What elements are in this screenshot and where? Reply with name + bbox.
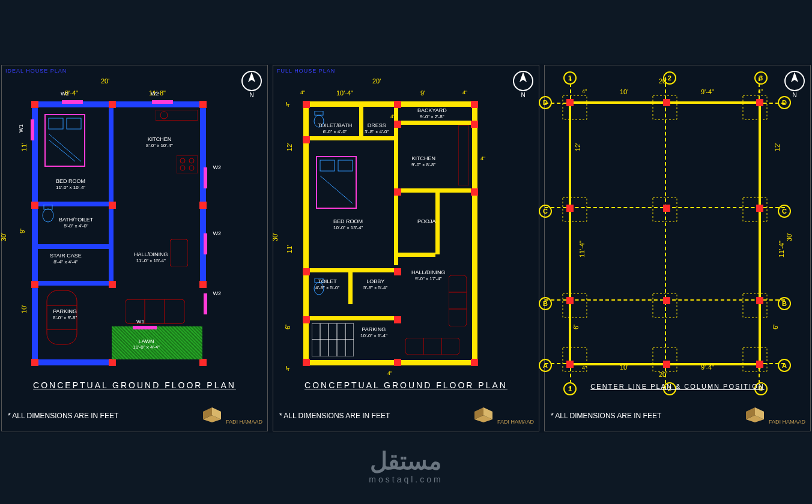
- left-dim-2: 11': [286, 245, 293, 253]
- svg-rect-34: [315, 111, 323, 115]
- wc-icon: [41, 205, 55, 223]
- toiletbath-label: TOILET/BATH6'-0" x 4'-0": [318, 122, 352, 134]
- svg-rect-43: [449, 275, 467, 326]
- north-arrow: N: [784, 70, 805, 99]
- wall-t-dim: 4": [462, 89, 467, 95]
- footnote: * ALL DIMENSIONS ARE IN FEET: [279, 412, 390, 420]
- designer-logo: FADI HAMAAD: [743, 404, 805, 425]
- grid-col-1: 1: [563, 71, 577, 85]
- svg-rect-16: [125, 299, 185, 323]
- grid-row-d: D: [539, 96, 552, 109]
- sofa-icon: [449, 275, 467, 326]
- svg-rect-3: [49, 118, 63, 129]
- window-w1: [31, 119, 34, 140]
- kitchen-label: KITCHEN9'-0" x 8'-8": [411, 155, 435, 167]
- lobby-label: LOBBY5'-8" x 5'-4": [363, 278, 387, 290]
- north-arrow: N: [241, 70, 262, 99]
- svg-point-10: [180, 158, 185, 163]
- svg-point-12: [180, 166, 185, 170]
- plan-title: CONCEPTUAL GROUND FLOOR PLAN: [304, 380, 507, 390]
- left-dim-3: 10': [20, 305, 28, 313]
- left-dim-2: 9': [19, 229, 26, 233]
- svg-rect-4: [67, 118, 81, 129]
- bedroom-label: BED ROOM11'-0" x 10'-4": [56, 178, 85, 190]
- svg-rect-59: [743, 197, 767, 221]
- top-dim-1: 10'-4": [336, 89, 353, 97]
- svg-rect-2: [45, 115, 85, 166]
- drawing-area-2: BACKYARD9'-0" x 2'-8" TOILET/BATH6'-0" x…: [303, 101, 477, 365]
- overall-height-dim: 30': [0, 233, 7, 241]
- drawing-area-1: W2 W2 W2 W2 W2 W1 W1 BED ROOM11'-0" x 10…: [32, 101, 206, 365]
- wall-t-dim: 4": [300, 89, 305, 95]
- svg-line-6: [49, 140, 75, 161]
- svg-point-14: [43, 209, 53, 222]
- plan-title: CENTER LINE PLAN & COLUMN POSITION: [590, 383, 764, 390]
- bed-icon: [44, 113, 86, 167]
- grid-col-3: 3: [754, 71, 768, 85]
- window-w2: [152, 100, 173, 104]
- plan-subtype: FULL HOUSE PLAN: [277, 68, 335, 74]
- svg-rect-28: [317, 157, 356, 208]
- grid-row-a: A: [539, 359, 552, 372]
- stove-icon: [177, 155, 198, 173]
- hall-label: HALL/DINING9'-0" x 17'-4": [411, 269, 446, 281]
- parking-label: PARKING8'-0" x 9'-8": [53, 308, 77, 320]
- left-dim-1: 12': [286, 143, 293, 151]
- bedroom-label: BED ROOM10'-0" x 13'-4": [333, 218, 363, 230]
- site-watermark: مستقل mostaql.com: [369, 447, 443, 484]
- footnote: * ALL DIMENSIONS ARE IN FEET: [551, 412, 661, 420]
- svg-line-31: [320, 176, 353, 203]
- svg-marker-1: [248, 72, 255, 82]
- overall-height-dim: 30': [271, 233, 279, 241]
- overall-width-dim: 20': [101, 77, 109, 85]
- svg-rect-62: [743, 293, 767, 317]
- svg-rect-46: [405, 338, 459, 355]
- grid-col-2: 2: [663, 71, 676, 85]
- window-w2: [62, 100, 83, 104]
- window-w2: [204, 293, 207, 314]
- bath-label: BATH/TOILET5'-8" x 4'-0": [59, 217, 93, 229]
- plan-subtype: IDEAL HOUSE PLAN: [5, 68, 67, 74]
- svg-rect-29: [320, 160, 335, 171]
- window-w2: [204, 233, 207, 254]
- toilet-label: TOILET4'-8" x 5'-0": [315, 278, 339, 290]
- svg-point-13: [189, 166, 194, 170]
- north-arrow: N: [512, 70, 534, 99]
- stair-icon: [312, 323, 354, 356]
- grid-row-c: C: [539, 205, 552, 218]
- stair-label: STAIR CASE8'-4" x 4'-4": [50, 253, 82, 265]
- left-dim-1: 11': [20, 143, 28, 151]
- plan-title: CONCEPTUAL GROUND FLOOR PLAN: [33, 380, 236, 390]
- svg-rect-7: [156, 110, 198, 121]
- left-dim-3: 6': [284, 325, 291, 329]
- drawing-area-3: 1 2 3 1 2 3 D C B A D C B A: [569, 101, 761, 365]
- designer-logo: FADI HAMAAD: [471, 404, 534, 425]
- kitchen-label: KITCHEN8'-0" x 10'-4": [146, 136, 173, 148]
- window-w2: [204, 167, 207, 188]
- top-dim-2: 9'-4": [701, 88, 714, 95]
- backyard-label: BACKYARD9'-0" x 2'-8": [417, 107, 447, 119]
- svg-rect-65: [743, 347, 767, 371]
- svg-rect-30: [338, 160, 353, 171]
- svg-rect-32: [458, 125, 469, 185]
- dress-label: DRESS3'-8" x 4'-0": [365, 122, 389, 134]
- grid-row-b: B: [539, 297, 552, 310]
- footnote: * ALL DIMENSIONS ARE IN FEET: [8, 412, 118, 420]
- overall-width-dim: 20': [372, 77, 381, 85]
- svg-marker-53: [791, 72, 798, 82]
- hall-label: HALL/DINING11'-0" x 15'-4": [134, 251, 168, 263]
- kitchen-counter-icon: [156, 110, 198, 137]
- svg-rect-19: [170, 239, 188, 266]
- armchair-icon: [170, 239, 188, 266]
- wall-t-dim: 4": [480, 155, 485, 161]
- svg-line-5: [49, 134, 81, 161]
- floor-plan-2: FULL HOUSE PLAN N 20' 10'-4" 9' 4" 4" 4"…: [273, 65, 539, 431]
- centerline-plan: N 20' 10' 9'-4" 4" 4" 30' 12' 11'-4" 6' …: [544, 65, 811, 431]
- svg-rect-9: [177, 155, 198, 173]
- svg-marker-27: [520, 72, 527, 82]
- sofa-icon: [405, 338, 459, 355]
- svg-rect-56: [743, 95, 767, 119]
- kitchen-counter-icon: [458, 125, 469, 185]
- designer-logo: FADI HAMAAD: [200, 404, 262, 425]
- svg-point-11: [189, 158, 194, 163]
